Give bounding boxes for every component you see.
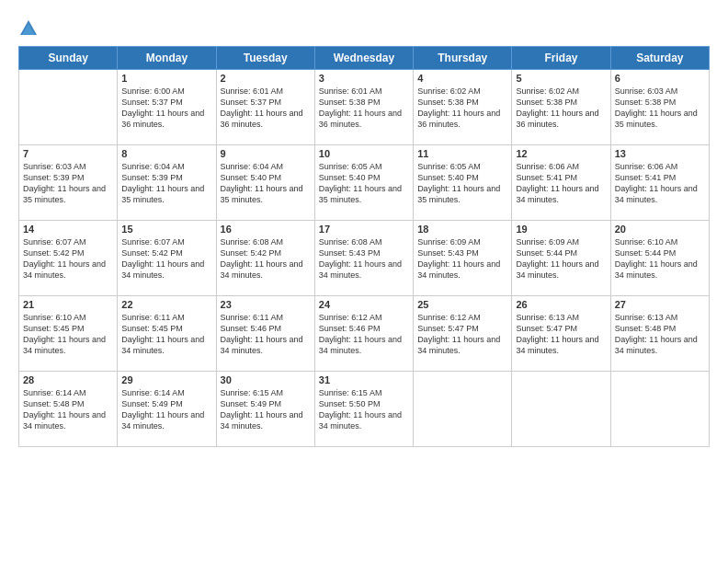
info-line: Daylight: 11 hours and 34 minutes. bbox=[319, 334, 409, 356]
calendar-cell: 7Sunrise: 6:03 AMSunset: 5:39 PMDaylight… bbox=[19, 145, 118, 221]
info-line: Daylight: 11 hours and 35 minutes. bbox=[319, 183, 409, 205]
day-number: 30 bbox=[221, 374, 311, 385]
cell-info: Sunrise: 6:05 AMSunset: 5:40 PMDaylight:… bbox=[417, 161, 507, 206]
info-line: Daylight: 11 hours and 35 minutes. bbox=[417, 183, 507, 205]
day-number: 5 bbox=[516, 73, 606, 84]
info-line: Daylight: 11 hours and 36 minutes. bbox=[417, 108, 507, 130]
info-line: Sunrise: 6:00 AM bbox=[121, 86, 211, 97]
calendar-cell: 24Sunrise: 6:12 AMSunset: 5:46 PMDayligh… bbox=[314, 296, 413, 372]
info-line: Sunrise: 6:15 AM bbox=[221, 387, 311, 398]
cell-info: Sunrise: 6:12 AMSunset: 5:46 PMDaylight:… bbox=[319, 312, 409, 357]
info-line: Sunset: 5:49 PM bbox=[221, 398, 311, 409]
calendar-cell: 29Sunrise: 6:14 AMSunset: 5:49 PMDayligh… bbox=[118, 372, 216, 447]
info-line: Daylight: 11 hours and 36 minutes. bbox=[319, 108, 409, 130]
day-header-tuesday: Tuesday bbox=[216, 47, 314, 70]
day-number: 31 bbox=[319, 374, 409, 385]
info-line: Sunset: 5:38 PM bbox=[516, 97, 606, 108]
day-number: 27 bbox=[615, 299, 705, 310]
info-line: Sunset: 5:38 PM bbox=[319, 97, 409, 108]
day-number: 24 bbox=[319, 299, 409, 310]
calendar-cell: 1Sunrise: 6:00 AMSunset: 5:37 PMDaylight… bbox=[118, 70, 216, 145]
cell-info: Sunrise: 6:13 AMSunset: 5:47 PMDaylight:… bbox=[516, 312, 606, 357]
info-line: Sunrise: 6:13 AM bbox=[615, 312, 705, 323]
cell-info: Sunrise: 6:11 AMSunset: 5:45 PMDaylight:… bbox=[121, 312, 211, 357]
info-line: Sunset: 5:39 PM bbox=[23, 172, 113, 183]
info-line: Daylight: 11 hours and 36 minutes. bbox=[516, 108, 606, 130]
info-line: Sunrise: 6:10 AM bbox=[23, 312, 113, 323]
info-line: Sunset: 5:37 PM bbox=[121, 97, 211, 108]
info-line: Sunrise: 6:12 AM bbox=[319, 312, 409, 323]
info-line: Sunset: 5:40 PM bbox=[417, 172, 507, 183]
cell-info: Sunrise: 6:05 AMSunset: 5:40 PMDaylight:… bbox=[319, 161, 409, 206]
logo-icon bbox=[18, 18, 39, 39]
day-number: 9 bbox=[221, 148, 311, 159]
day-header-sunday: Sunday bbox=[19, 47, 118, 70]
info-line: Daylight: 11 hours and 35 minutes. bbox=[615, 108, 705, 130]
calendar-cell: 3Sunrise: 6:01 AMSunset: 5:38 PMDaylight… bbox=[314, 70, 413, 145]
info-line: Sunrise: 6:06 AM bbox=[615, 161, 705, 172]
info-line: Daylight: 11 hours and 34 minutes. bbox=[23, 334, 113, 356]
info-line: Sunrise: 6:05 AM bbox=[417, 161, 507, 172]
day-number: 6 bbox=[615, 73, 705, 84]
info-line: Daylight: 11 hours and 34 minutes. bbox=[417, 259, 507, 281]
info-line: Sunset: 5:40 PM bbox=[221, 172, 311, 183]
info-line: Daylight: 11 hours and 35 minutes. bbox=[221, 183, 311, 205]
calendar-cell: 12Sunrise: 6:06 AMSunset: 5:41 PMDayligh… bbox=[512, 145, 610, 221]
day-number: 21 bbox=[23, 299, 113, 310]
calendar-cell: 22Sunrise: 6:11 AMSunset: 5:45 PMDayligh… bbox=[118, 296, 216, 372]
day-header-friday: Friday bbox=[512, 47, 610, 70]
info-line: Daylight: 11 hours and 34 minutes. bbox=[121, 409, 211, 431]
day-number: 1 bbox=[121, 73, 211, 84]
info-line: Sunset: 5:43 PM bbox=[319, 247, 409, 259]
info-line: Sunset: 5:43 PM bbox=[417, 247, 507, 259]
cell-info: Sunrise: 6:11 AMSunset: 5:46 PMDaylight:… bbox=[221, 312, 311, 357]
calendar-cell: 9Sunrise: 6:04 AMSunset: 5:40 PMDaylight… bbox=[216, 145, 314, 221]
calendar-cell: 31Sunrise: 6:15 AMSunset: 5:50 PMDayligh… bbox=[314, 372, 413, 447]
info-line: Daylight: 11 hours and 34 minutes. bbox=[221, 259, 311, 281]
cell-info: Sunrise: 6:10 AMSunset: 5:44 PMDaylight:… bbox=[615, 236, 705, 282]
cell-info: Sunrise: 6:14 AMSunset: 5:49 PMDaylight:… bbox=[121, 387, 211, 432]
info-line: Sunset: 5:47 PM bbox=[417, 323, 507, 334]
info-line: Sunrise: 6:11 AM bbox=[121, 312, 211, 323]
info-line: Sunset: 5:47 PM bbox=[516, 323, 606, 334]
cell-info: Sunrise: 6:03 AMSunset: 5:38 PMDaylight:… bbox=[615, 86, 705, 131]
calendar-cell: 14Sunrise: 6:07 AMSunset: 5:42 PMDayligh… bbox=[19, 221, 118, 296]
info-line: Sunrise: 6:05 AM bbox=[319, 161, 409, 172]
calendar-cell: 6Sunrise: 6:03 AMSunset: 5:38 PMDaylight… bbox=[610, 70, 709, 145]
day-number: 20 bbox=[615, 224, 705, 235]
logo bbox=[18, 18, 40, 39]
info-line: Daylight: 11 hours and 34 minutes. bbox=[221, 409, 311, 431]
cell-info: Sunrise: 6:07 AMSunset: 5:42 PMDaylight:… bbox=[121, 236, 211, 282]
info-line: Daylight: 11 hours and 34 minutes. bbox=[615, 334, 705, 356]
day-number: 11 bbox=[417, 148, 507, 159]
calendar-table: SundayMondayTuesdayWednesdayThursdayFrid… bbox=[18, 46, 710, 447]
info-line: Sunset: 5:48 PM bbox=[23, 398, 113, 409]
info-line: Sunrise: 6:04 AM bbox=[221, 161, 311, 172]
day-number: 8 bbox=[121, 148, 211, 159]
info-line: Sunrise: 6:02 AM bbox=[417, 86, 507, 97]
info-line: Sunrise: 6:08 AM bbox=[221, 236, 311, 247]
calendar-cell: 8Sunrise: 6:04 AMSunset: 5:39 PMDaylight… bbox=[118, 145, 216, 221]
info-line: Sunrise: 6:10 AM bbox=[615, 236, 705, 247]
info-line: Sunset: 5:45 PM bbox=[121, 323, 211, 334]
day-header-monday: Monday bbox=[118, 47, 216, 70]
info-line: Daylight: 11 hours and 34 minutes. bbox=[615, 183, 705, 205]
info-line: Sunrise: 6:09 AM bbox=[516, 236, 606, 247]
calendar-cell: 4Sunrise: 6:02 AMSunset: 5:38 PMDaylight… bbox=[414, 70, 512, 145]
day-header-saturday: Saturday bbox=[610, 47, 709, 70]
day-number: 19 bbox=[516, 224, 606, 235]
cell-info: Sunrise: 6:04 AMSunset: 5:39 PMDaylight:… bbox=[121, 161, 211, 206]
info-line: Sunset: 5:42 PM bbox=[221, 247, 311, 259]
cell-info: Sunrise: 6:14 AMSunset: 5:48 PMDaylight:… bbox=[23, 387, 113, 432]
info-line: Sunrise: 6:02 AM bbox=[516, 86, 606, 97]
info-line: Daylight: 11 hours and 34 minutes. bbox=[516, 183, 606, 205]
info-line: Sunrise: 6:06 AM bbox=[516, 161, 606, 172]
calendar-cell: 19Sunrise: 6:09 AMSunset: 5:44 PMDayligh… bbox=[512, 221, 610, 296]
cell-info: Sunrise: 6:09 AMSunset: 5:43 PMDaylight:… bbox=[417, 236, 507, 282]
info-line: Daylight: 11 hours and 34 minutes. bbox=[319, 409, 409, 431]
cell-info: Sunrise: 6:15 AMSunset: 5:49 PMDaylight:… bbox=[221, 387, 311, 432]
info-line: Sunset: 5:44 PM bbox=[516, 247, 606, 259]
cell-info: Sunrise: 6:13 AMSunset: 5:48 PMDaylight:… bbox=[615, 312, 705, 357]
day-number: 15 bbox=[121, 224, 211, 235]
info-line: Sunrise: 6:09 AM bbox=[417, 236, 507, 247]
